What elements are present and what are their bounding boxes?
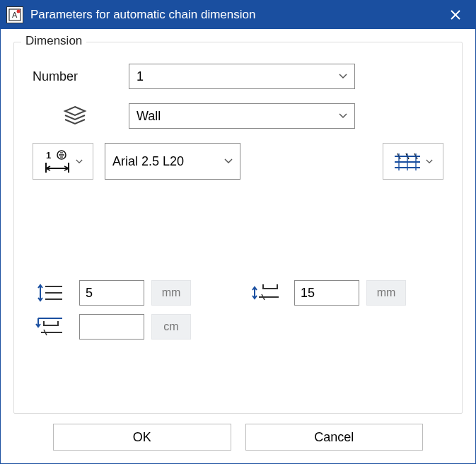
- layer-value: Wall: [137, 109, 161, 124]
- row-layer: Wall: [33, 102, 443, 130]
- row-number: Number 1: [33, 64, 443, 89]
- number-label: Number: [33, 69, 117, 84]
- row-style: 1 Arial: [33, 143, 443, 180]
- grid-style-icon: [393, 151, 422, 172]
- button-bar: OK Cancel: [13, 414, 463, 453]
- cancel-button[interactable]: Cancel: [245, 424, 424, 451]
- number-value: 1: [137, 69, 144, 84]
- svg-marker-5: [65, 107, 85, 115]
- line-spacing-unit: mm: [151, 280, 191, 306]
- line-spacing-icon: [33, 279, 66, 307]
- chevron-down-icon: [339, 74, 347, 79]
- offset-icon: [248, 279, 281, 307]
- offset-input[interactable]: [294, 280, 359, 306]
- gap-icon: [33, 313, 66, 341]
- grid-style-picker[interactable]: [383, 143, 443, 180]
- font-select[interactable]: Arial 2.5 L20: [105, 143, 240, 180]
- gap-unit: cm: [151, 314, 191, 340]
- dialog-content: Dimension Number 1: [1, 29, 475, 463]
- layers-icon: [58, 102, 92, 130]
- dimension-style-icon: 1: [43, 149, 71, 174]
- measurement-grid: mm mm: [33, 279, 443, 341]
- app-icon: A: [6, 6, 23, 23]
- dialog-title: Parameters for automatic chain dimension: [30, 8, 441, 22]
- gap-input[interactable]: [79, 314, 144, 340]
- chevron-down-icon: [224, 158, 233, 164]
- titlebar: A Parameters for automatic chain dimensi…: [1, 1, 475, 29]
- chevron-down-icon: [76, 159, 83, 164]
- number-select[interactable]: 1: [129, 64, 355, 89]
- chevron-down-icon: [426, 159, 433, 164]
- dialog-window: A Parameters for automatic chain dimensi…: [0, 0, 476, 464]
- layer-select[interactable]: Wall: [129, 103, 355, 129]
- line-spacing-input[interactable]: [79, 280, 144, 306]
- dimension-style-picker[interactable]: 1: [33, 143, 93, 180]
- close-button[interactable]: [441, 1, 470, 29]
- close-icon: [451, 10, 460, 20]
- group-label: Dimension: [21, 34, 86, 48]
- svg-text:1: 1: [46, 150, 51, 161]
- svg-point-2: [17, 10, 21, 13]
- offset-unit: mm: [366, 280, 406, 306]
- chevron-down-icon: [339, 113, 347, 119]
- font-value: Arial 2.5 L20: [112, 154, 184, 169]
- dimension-group: Dimension Number 1: [13, 42, 463, 414]
- ok-button[interactable]: OK: [53, 424, 231, 451]
